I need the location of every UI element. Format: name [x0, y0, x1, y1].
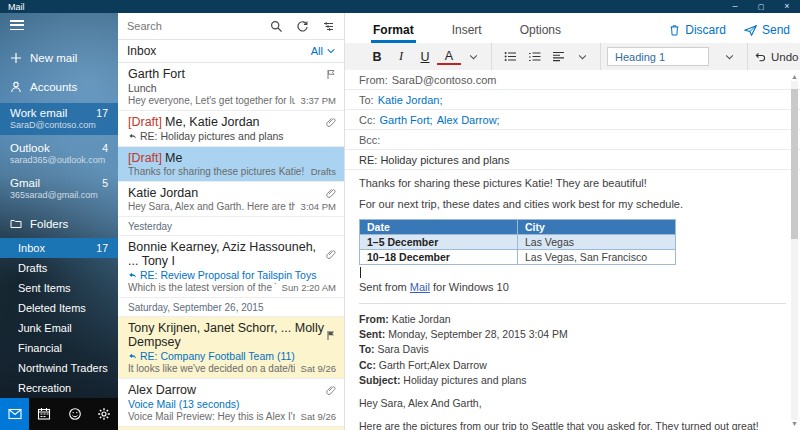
unread-count-badge: 17	[96, 242, 108, 254]
list-item-selected[interactable]: [Draft]Me Thanks for sharing these pictu…	[118, 147, 344, 182]
title-bar: Mail – ▢ ×	[0, 0, 800, 13]
signature: Sent from Mail for Windows 10	[359, 281, 786, 293]
tab-options[interactable]: Options	[518, 18, 563, 43]
calendar-nav-button[interactable]	[29, 398, 58, 430]
filter-dropdown[interactable]: All	[311, 45, 335, 57]
table-cell: Las Vegas, San Francisco	[518, 250, 676, 265]
cc-recipient[interactable]: Garth Fort;	[380, 114, 433, 126]
list-item[interactable]: Bonnie Kearney, Aziz Hassouneh, ... Tony…	[118, 236, 344, 298]
list-item[interactable]: Tony Krijnen, Janet Schorr, ... Molly De…	[118, 317, 344, 379]
new-mail-button[interactable]: New mail	[0, 45, 118, 70]
unread-count-badge: 4	[102, 142, 108, 154]
paragraph-options-chevron[interactable]	[570, 47, 594, 67]
style-dropdown[interactable]: Heading 1	[607, 47, 709, 66]
new-mail-label: New mail	[30, 52, 77, 64]
list-item[interactable]: Katie Jordan Hey Sara, Alex and Garth. H…	[118, 182, 344, 217]
to-field[interactable]: To: Katie Jordan;	[345, 90, 800, 110]
style-chevron[interactable]	[717, 47, 741, 67]
scrollbar-track[interactable]	[791, 81, 798, 420]
sidebar-item-sent-items[interactable]: Sent Items	[0, 278, 118, 298]
paperclip-icon	[326, 188, 336, 199]
sidebar-item-junk-email[interactable]: Junk Email	[0, 318, 118, 338]
send-icon	[744, 25, 757, 36]
table-cell: Las Vegas	[518, 235, 676, 250]
sidebar-account-work-email[interactable]: Work email17 SaraD@contoso.com	[0, 103, 118, 135]
sync-icon[interactable]	[296, 20, 309, 33]
hamburger-menu-icon[interactable]	[0, 13, 34, 37]
sidebar-item-deleted-items[interactable]: Deleted Items	[0, 298, 118, 318]
list-item[interactable]: [Draft]Me, Katie Jordan RE: Holiday pict…	[118, 111, 344, 147]
sidebar-item-recreation[interactable]: Recreation	[0, 378, 118, 398]
scrollbar-thumb[interactable]	[791, 89, 798, 239]
subject-text[interactable]: RE: Holiday pictures and plans	[359, 154, 509, 166]
flag-icon[interactable]	[326, 330, 336, 341]
trip-table[interactable]: Date City 1–5 December Las Vegas 10–18 D…	[359, 219, 676, 265]
mail-link[interactable]: Mail	[410, 281, 430, 293]
bold-button[interactable]: B	[365, 47, 389, 67]
subject-field[interactable]: RE: Holiday pictures and plans	[345, 150, 800, 170]
sidebar-account-gmail[interactable]: Gmail5 365sarad@gmail.com	[0, 173, 118, 205]
font-color-button[interactable]: A	[437, 48, 461, 65]
quoted-subject: Holiday pictures and plans	[403, 374, 526, 386]
bcc-field[interactable]: Bcc:	[345, 130, 800, 150]
minimize-button[interactable]: –	[722, 0, 748, 13]
align-button[interactable]	[546, 47, 570, 67]
close-button[interactable]: ×	[774, 0, 800, 13]
email-preview: Hey Sara, Alex and Garth. Here are the p…	[128, 201, 295, 212]
quoted-sent-label: Sent:	[359, 328, 385, 340]
sidebar-item-financial[interactable]: Financial	[0, 338, 118, 358]
to-recipient[interactable]: Katie Jordan;	[378, 94, 443, 106]
bullet-list-button[interactable]	[498, 47, 522, 67]
quoted-message: From: Katie Jordan Sent: Monday, Septemb…	[359, 312, 786, 430]
flag-outline-icon[interactable]	[326, 69, 336, 80]
quoted-subject-label: Subject:	[359, 374, 400, 386]
maximize-button[interactable]: ▢	[748, 0, 774, 13]
reply-arrow-icon	[128, 133, 137, 140]
sidebar-account-outlook[interactable]: Outlook4 sarad365@outlook.com	[0, 138, 118, 170]
list-item[interactable]: Alex Darrow Voice Mail (13 seconds) Voic…	[118, 379, 344, 427]
font-options-chevron[interactable]	[461, 47, 485, 67]
quoted-cc-label: Cc:	[359, 359, 376, 371]
send-button[interactable]: Send	[744, 23, 790, 37]
calendar-icon	[37, 407, 51, 421]
underline-button[interactable]: U	[413, 47, 437, 67]
email-sender: Garth Fort	[128, 67, 185, 81]
scroll-down-icon[interactable]: ▼	[791, 420, 798, 428]
scroll-up-icon[interactable]: ▲	[791, 73, 798, 81]
body-paragraph: Thanks for sharing these pictures Katie!…	[359, 177, 786, 189]
folders-header[interactable]: Folders	[0, 211, 118, 236]
numbered-list-button[interactable]	[522, 47, 546, 67]
quoted-cc: Garth Fort;Alex Darrow	[379, 359, 487, 371]
reply-arrow-icon	[128, 353, 137, 360]
message-body-editor[interactable]: Thanks for sharing these pictures Katie!…	[345, 170, 800, 430]
search-icon[interactable]	[270, 20, 283, 33]
tab-insert[interactable]: Insert	[450, 18, 484, 43]
feedback-nav-button[interactable]	[60, 398, 89, 430]
from-field: From: SaraD@contoso.com	[345, 70, 800, 90]
discard-button[interactable]: Discard	[669, 23, 726, 37]
sidebar-item-inbox[interactable]: Inbox17	[0, 238, 118, 258]
vertical-scrollbar[interactable]: ▲ ▼	[790, 73, 799, 428]
email-sender: Me, Katie Jordan	[165, 115, 260, 129]
filter-icon[interactable]	[322, 20, 335, 33]
search-input[interactable]: Search	[127, 20, 162, 32]
cc-recipient[interactable]: Alex Darrow;	[437, 114, 500, 126]
list-item[interactable]: Garth Fort Lunch Hey everyone, Let's get…	[118, 63, 344, 111]
accounts-header[interactable]: Accounts	[0, 74, 118, 99]
sidebar-item-northwind-traders[interactable]: Northwind Traders	[0, 358, 118, 378]
search-bar[interactable]: Search	[118, 13, 344, 40]
italic-button[interactable]: I	[389, 47, 413, 67]
accounts-label: Accounts	[30, 81, 77, 93]
reply-arrow-icon	[128, 272, 137, 279]
settings-nav-button[interactable]	[89, 398, 118, 430]
sidebar-item-drafts[interactable]: Drafts	[0, 258, 118, 278]
undo-button[interactable]: Undo	[754, 51, 799, 63]
sidebar-bottom-bar	[0, 398, 118, 430]
cc-field[interactable]: Cc: Garth Fort; Alex Darrow;	[345, 110, 800, 130]
tab-format[interactable]: Format	[371, 18, 416, 43]
paperclip-icon	[326, 117, 336, 128]
email-folder-label: Drafts	[311, 166, 336, 177]
mail-nav-button[interactable]	[0, 398, 29, 430]
trash-icon	[669, 24, 680, 36]
filter-label: All	[311, 45, 323, 57]
